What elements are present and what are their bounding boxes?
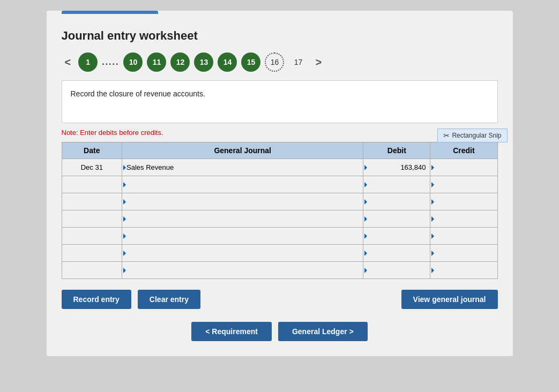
step-14[interactable]: 14 <box>218 52 237 72</box>
cell-date-5[interactable] <box>62 245 122 262</box>
cell-credit-2[interactable] <box>430 193 497 210</box>
record-entry-button[interactable]: Record entry <box>62 290 131 309</box>
nav-dots: ..... <box>102 57 119 67</box>
step-13[interactable]: 13 <box>194 52 213 72</box>
cell-debit-1[interactable] <box>363 176 430 193</box>
prev-arrow[interactable]: < <box>62 55 74 70</box>
cell-debit-6[interactable] <box>363 262 430 279</box>
clear-entry-button[interactable]: Clear entry <box>138 290 200 309</box>
cell-date-2[interactable] <box>62 193 122 210</box>
page-title: Journal entry worksheet <box>62 29 498 43</box>
snip-icon: ✂ <box>443 131 450 140</box>
header-journal: General Journal <box>122 142 363 159</box>
table-row <box>62 193 497 210</box>
top-bar <box>62 11 158 14</box>
table-row <box>62 262 497 279</box>
step-16[interactable]: 16 <box>265 52 284 72</box>
cell-date-4[interactable] <box>62 228 122 245</box>
header-credit: Credit <box>430 142 497 159</box>
cell-journal-3[interactable] <box>122 210 363 228</box>
header-date: Date <box>62 142 122 159</box>
cell-credit-4[interactable] <box>430 228 497 245</box>
main-container: Journal entry worksheet < 1 ..... 10 11 … <box>47 11 513 356</box>
cell-debit-2[interactable] <box>363 193 430 210</box>
cell-debit-0[interactable]: 163,840 <box>363 159 430 176</box>
cell-journal-2[interactable] <box>122 193 363 210</box>
cell-debit-5[interactable] <box>363 245 430 262</box>
cell-credit-0[interactable] <box>430 159 497 176</box>
nav-row: < 1 ..... 10 11 12 13 14 15 16 17 > <box>62 52 498 72</box>
step-1[interactable]: 1 <box>78 52 98 72</box>
cell-credit-1[interactable] <box>430 176 497 193</box>
requirement-button[interactable]: < Requirement <box>191 322 272 341</box>
cell-journal-4[interactable] <box>122 228 363 245</box>
table-header-row: Date General Journal Debit Credit <box>62 142 497 159</box>
note-text: Note: Enter debits before credits. <box>62 129 498 137</box>
instruction-text: Record the closure of revenue accounts. <box>71 89 205 98</box>
table-row: Dec 31Sales Revenue163,840 <box>62 159 497 176</box>
cell-date-1[interactable] <box>62 176 122 193</box>
cell-credit-6[interactable] <box>430 262 497 279</box>
cell-journal-5[interactable] <box>122 245 363 262</box>
table-row <box>62 228 497 245</box>
snip-label: Rectangular Snip <box>452 132 501 139</box>
cell-date-6[interactable] <box>62 262 122 279</box>
cell-credit-5[interactable] <box>430 245 497 262</box>
view-general-journal-button[interactable]: View general journal <box>401 290 498 309</box>
cell-date-0[interactable]: Dec 31 <box>62 159 122 176</box>
actions-row: Record entry Clear entry View general jo… <box>62 290 498 309</box>
cell-debit-3[interactable] <box>363 210 430 228</box>
instruction-box: Record the closure of revenue accounts. <box>62 80 498 123</box>
step-10[interactable]: 10 <box>123 52 143 72</box>
step-12[interactable]: 12 <box>170 52 190 72</box>
header-debit: Debit <box>363 142 430 159</box>
cell-journal-1[interactable] <box>122 176 363 193</box>
table-row <box>62 245 497 262</box>
general-ledger-button[interactable]: General Ledger > <box>278 322 368 341</box>
cell-journal-0[interactable]: Sales Revenue <box>122 159 363 176</box>
journal-table: Date General Journal Debit Credit Dec 31… <box>62 142 498 279</box>
step-11[interactable]: 11 <box>147 52 166 72</box>
cell-date-3[interactable] <box>62 210 122 228</box>
snip-badge[interactable]: ✂ Rectangular Snip <box>437 129 507 142</box>
step-17[interactable]: 17 <box>288 52 308 72</box>
step-15[interactable]: 15 <box>241 52 260 72</box>
table-row <box>62 210 497 228</box>
bottom-nav: < Requirement General Ledger > <box>62 322 498 341</box>
cell-credit-3[interactable] <box>430 210 497 228</box>
next-arrow[interactable]: > <box>312 55 325 70</box>
cell-journal-6[interactable] <box>122 262 363 279</box>
table-row <box>62 176 497 193</box>
cell-debit-4[interactable] <box>363 228 430 245</box>
